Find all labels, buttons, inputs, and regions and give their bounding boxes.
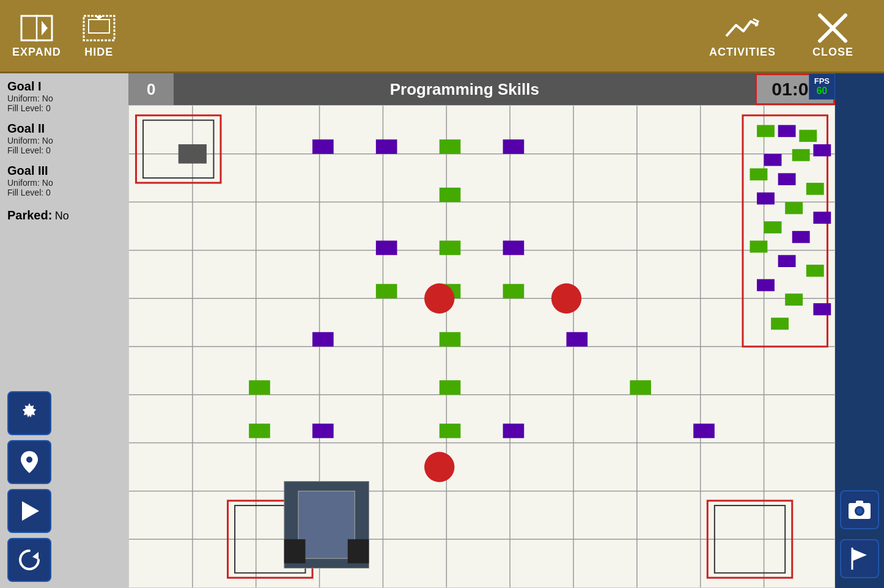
svg-rect-54 [440, 424, 461, 438]
svg-rect-79 [813, 303, 831, 315]
topbar: EXPAND HIDE ACTIVITIES [0, 0, 884, 73]
svg-marker-2 [42, 21, 48, 35]
location-button[interactable] [7, 440, 51, 484]
svg-rect-75 [778, 255, 796, 267]
svg-marker-11 [22, 501, 39, 521]
svg-rect-33 [179, 144, 207, 164]
svg-rect-72 [764, 221, 782, 233]
svg-rect-42 [503, 424, 525, 438]
svg-rect-68 [806, 183, 824, 195]
fps-box: FPS 60 [809, 73, 835, 100]
field-svg [129, 106, 834, 587]
close-icon [813, 13, 852, 43]
game-title: Programming Skills [174, 73, 755, 105]
svg-rect-74 [750, 241, 768, 253]
reset-button[interactable] [7, 538, 51, 582]
fps-label: FPS [814, 76, 830, 86]
left-buttons [7, 391, 121, 582]
svg-rect-53 [249, 380, 270, 395]
svg-rect-43 [693, 424, 715, 438]
goal2-fill: Fill Level: 0 [7, 145, 121, 155]
activities-label: ACTIVITIES [709, 46, 776, 59]
svg-rect-38 [503, 241, 525, 255]
svg-rect-80 [771, 318, 789, 330]
svg-rect-73 [792, 231, 810, 243]
svg-rect-66 [750, 168, 768, 180]
svg-rect-76 [806, 265, 824, 277]
svg-rect-39 [312, 332, 334, 347]
svg-rect-48 [376, 284, 397, 299]
svg-rect-55 [249, 424, 270, 438]
camera-button[interactable] [840, 490, 879, 529]
activities-icon [723, 13, 762, 43]
svg-point-57 [551, 283, 581, 313]
svg-rect-37 [376, 241, 397, 255]
goal2-title: Goal II [7, 122, 121, 136]
svg-rect-65 [764, 154, 782, 166]
svg-point-56 [424, 283, 454, 313]
activities-button[interactable]: ACTIVITIES [709, 13, 776, 59]
goal3-uniform: Uniform: No [7, 178, 121, 188]
svg-rect-64 [792, 149, 810, 161]
close-label: CLOSE [812, 46, 853, 59]
svg-marker-12 [32, 552, 39, 560]
svg-point-93 [856, 508, 863, 514]
svg-rect-50 [440, 332, 461, 347]
svg-rect-67 [778, 173, 796, 185]
svg-rect-63 [813, 144, 831, 156]
goal1-uniform: Uniform: No [7, 94, 121, 103]
close-button[interactable]: CLOSE [812, 13, 853, 59]
svg-rect-78 [785, 293, 803, 306]
score-display: 0 [128, 73, 174, 105]
svg-rect-36 [503, 139, 525, 154]
svg-rect-52 [630, 380, 651, 395]
fps-value: 60 [816, 86, 827, 97]
parked-block: Parked: No [7, 208, 121, 222]
game-area: 0 Programming Skills 01:00 FPS 60 [128, 73, 835, 588]
settings-button[interactable] [7, 391, 51, 435]
right-sidebar [835, 73, 884, 588]
hide-button[interactable]: HIDE [79, 13, 119, 59]
svg-rect-71 [813, 211, 831, 224]
goal3-title: Goal III [7, 164, 121, 178]
svg-rect-51 [440, 380, 461, 395]
parked-label: Parked: [7, 208, 52, 222]
svg-rect-70 [785, 202, 803, 215]
svg-rect-35 [376, 139, 397, 154]
svg-rect-69 [757, 193, 775, 205]
goal3-fill: Fill Level: 0 [7, 188, 121, 197]
goal1-fill: Fill Level: 0 [7, 103, 121, 113]
hide-icon [79, 13, 119, 43]
svg-rect-60 [757, 125, 775, 138]
svg-rect-34 [312, 139, 334, 154]
svg-point-58 [424, 452, 454, 482]
expand-icon [17, 13, 56, 43]
flag-button[interactable] [840, 539, 879, 578]
expand-label: EXPAND [12, 46, 61, 59]
left-sidebar: Goal I Uniform: No Fill Level: 0 Goal II… [0, 73, 128, 588]
svg-rect-44 [440, 139, 461, 154]
main-area: Goal I Uniform: No Fill Level: 0 Goal II… [0, 73, 884, 588]
field-wrapper [128, 105, 835, 588]
svg-rect-89 [284, 539, 306, 563]
svg-rect-77 [757, 279, 775, 292]
svg-rect-90 [348, 539, 369, 563]
goal2-uniform: Uniform: No [7, 136, 121, 145]
svg-rect-40 [566, 332, 587, 347]
goal1-title: Goal I [7, 79, 121, 94]
play-button[interactable] [7, 489, 51, 533]
svg-rect-41 [312, 424, 334, 438]
svg-rect-61 [778, 125, 796, 138]
svg-rect-49 [503, 284, 525, 299]
svg-marker-4 [89, 20, 109, 33]
svg-marker-96 [852, 549, 867, 561]
goal3-block: Goal III Uniform: No Fill Level: 0 [7, 164, 121, 197]
svg-rect-88 [298, 491, 355, 558]
svg-point-10 [26, 457, 32, 463]
expand-button[interactable]: EXPAND [12, 13, 61, 59]
svg-rect-62 [799, 130, 817, 142]
goal2-block: Goal II Uniform: No Fill Level: 0 [7, 122, 121, 155]
svg-rect-94 [856, 501, 863, 504]
svg-rect-46 [440, 241, 461, 255]
goal1-block: Goal I Uniform: No Fill Level: 0 [7, 79, 121, 113]
